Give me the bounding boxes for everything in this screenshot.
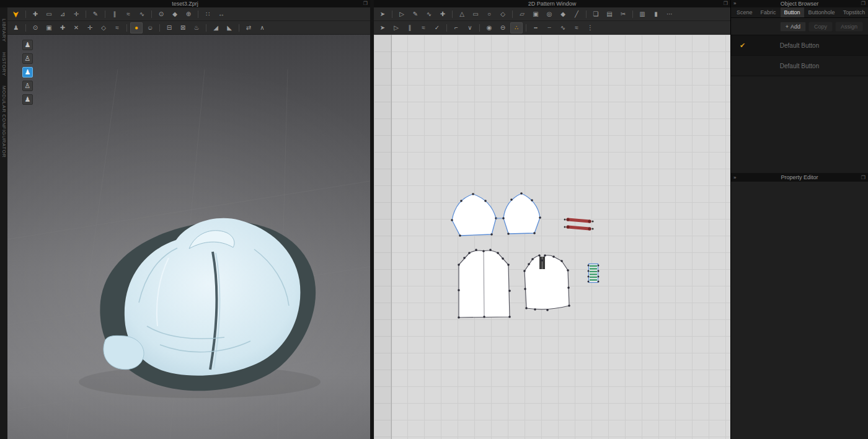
avatar-emotion-icon[interactable]: ☺ [144,22,156,33]
segment-sewing-2d-icon[interactable]: ∥ [404,22,416,33]
solidify-tool-icon[interactable]: ● [130,22,143,33]
select-move-tool-icon[interactable]: ➤ [10,9,22,20]
tab-button[interactable]: Button [781,7,804,17]
sewing-select-icon[interactable]: ➤ [376,22,389,33]
simulate-icon[interactable]: ♟ [10,22,22,33]
select-pin-icon[interactable]: ⊙ [29,22,42,33]
strip-pattern-icon[interactable]: ▮ [650,9,662,20]
sleeve-pattern-right[interactable] [502,192,541,235]
float-window-icon[interactable]: ❐ [861,1,866,6]
assign-button[interactable]: Assign [835,22,863,32]
edit-pattern-icon[interactable]: ▷ [396,9,408,20]
tab-buttonhole[interactable]: Buttonhole [805,7,839,17]
transform-gizmo-icon[interactable]: ✚ [29,9,42,20]
collapse-panel-icon[interactable]: » [733,1,736,6]
float-window-icon[interactable]: ❐ [861,175,866,180]
rectangle-tool-icon[interactable]: ▭ [469,9,482,20]
garment-3d[interactable] [100,218,316,391]
symmetry-tool-icon[interactable]: ∧ [256,22,268,33]
front-bodice-pattern[interactable] [458,249,511,319]
copy-button[interactable]: Copy [808,22,833,32]
show-arrangement-button[interactable]: ♙ [22,81,33,91]
pen-tool-icon[interactable]: ✎ [89,9,102,20]
slider-tool-icon[interactable]: ⊟ [163,22,175,33]
detach-pin-icon[interactable]: ✕ [70,22,82,33]
trace-tool-icon[interactable]: ❏ [590,9,602,20]
arrangement-points-icon[interactable]: ∷ [202,9,214,20]
align-tool-icon[interactable]: ⇄ [242,22,255,33]
fold-arrangement-icon[interactable]: ◆ [169,9,181,20]
segment-topstitch-icon[interactable]: ┅ [529,22,542,33]
measure-avatar-icon[interactable]: ↔ [215,9,228,20]
zipper-tool-icon[interactable]: ⋮ [584,22,596,33]
float-window-icon[interactable]: ❐ [363,1,368,6]
internal-dart-icon[interactable]: ◆ [557,9,569,20]
buttonhole-tool-icon[interactable]: ⊖ [497,22,509,33]
polygon-tool-icon[interactable]: △ [456,9,468,20]
scale-tool-icon[interactable]: ⊿ [56,9,69,20]
button-band-patterns[interactable] [564,218,594,230]
free-topstitch-icon[interactable]: ┄ [543,22,556,33]
edit-sewing-2d-icon[interactable]: ▷ [390,22,402,33]
show-pose-button[interactable]: ♟ [22,94,33,105]
button-tool-icon[interactable]: ◉ [483,22,495,33]
button-item-1[interactable]: ✔ Default Button [731,35,868,56]
internal-rectangle-icon[interactable]: ▣ [529,9,542,20]
segment-sewing-icon[interactable]: ∥ [108,9,121,20]
pan-tool-icon[interactable]: ✛ [70,9,82,20]
grading-tool-icon[interactable]: ▥ [636,9,649,20]
show-garment-fit-button[interactable]: ♙ [22,53,33,64]
property-editor-header[interactable]: » Property Editor ❐ [731,173,868,182]
seam-allowance-icon[interactable]: ▤ [603,9,616,20]
modular-configurator-tab[interactable]: MODULAR CONFIGURATOR [1,86,7,157]
fold-line-icon[interactable]: ⌐ [450,22,463,33]
steam-tool-icon[interactable]: ♨ [190,22,203,33]
button-item-2[interactable]: Default Button [731,56,868,76]
check-sewing-icon[interactable]: ✓ [431,22,443,33]
pin-rectangle-icon[interactable]: ▣ [43,22,55,33]
flatten-right-icon[interactable]: ◣ [223,22,236,33]
tab-fabric[interactable]: Fabric [757,7,780,17]
free-sewing-2d-icon[interactable]: ≈ [417,22,430,33]
dart-tool-icon[interactable]: ◇ [497,9,509,20]
edit-point-icon[interactable]: ✎ [409,9,422,20]
edit-topstitch-icon[interactable]: ∿ [557,22,569,33]
back-bodice-pattern[interactable] [523,254,570,311]
shirring-tool-icon[interactable]: ≈ [570,22,583,33]
pin-tool-icon[interactable]: ⊙ [155,9,167,20]
transform-pattern-icon[interactable]: ➤ [376,9,389,20]
notch-tool-icon[interactable]: ∨ [464,22,476,33]
drag-cloth-icon[interactable]: ✛ [84,22,96,33]
show-avatar-button[interactable]: ♟ [22,40,33,50]
internal-polygon-icon[interactable]: ▱ [516,9,528,20]
fasten-button-icon[interactable]: ∴ [510,22,523,33]
rectangle-select-icon[interactable]: ▭ [43,9,55,20]
circle-tool-icon[interactable]: ○ [483,9,495,20]
tab-topstitch[interactable]: Topstitch [839,7,868,17]
internal-line-icon[interactable]: ╱ [570,9,583,20]
edit-curvature-icon[interactable]: ∿ [423,9,435,20]
library-tab[interactable]: LIBRARY [1,19,7,42]
grab-mesh-icon[interactable]: ◇ [97,22,110,33]
2d-pattern-canvas[interactable] [374,35,730,439]
add-button[interactable]: +Add [780,22,806,32]
texture-view-button[interactable]: ♟ [22,67,33,78]
cut-and-sew-icon[interactable]: ✂ [617,9,629,20]
collapse-panel-icon[interactable]: » [733,175,736,180]
sleeve-pattern-left[interactable] [451,193,497,237]
attach-pin-icon[interactable]: ✚ [56,22,69,33]
tab-scene[interactable]: Scene [733,7,756,17]
free-sewing-icon[interactable]: ≈ [122,9,135,20]
tack-on-avatar-icon[interactable]: ⊕ [182,9,195,20]
history-tab[interactable]: HISTORY [1,52,7,76]
wind-tool-icon[interactable]: ≈ [111,22,123,33]
annotation-tool-icon[interactable]: ⋯ [663,9,676,20]
lock-tool-icon[interactable]: ⊠ [177,22,189,33]
placket-pattern[interactable] [588,264,600,283]
3d-viewport[interactable]: ♟ ♙ ♟ ♙ ♟ [7,35,370,439]
internal-circle-icon[interactable]: ◎ [543,9,556,20]
flatten-left-icon[interactable]: ◢ [210,22,222,33]
edit-sewing-icon[interactable]: ∿ [136,9,148,20]
float-window-icon[interactable]: ❐ [724,1,728,6]
add-point-icon[interactable]: ✚ [436,9,449,20]
